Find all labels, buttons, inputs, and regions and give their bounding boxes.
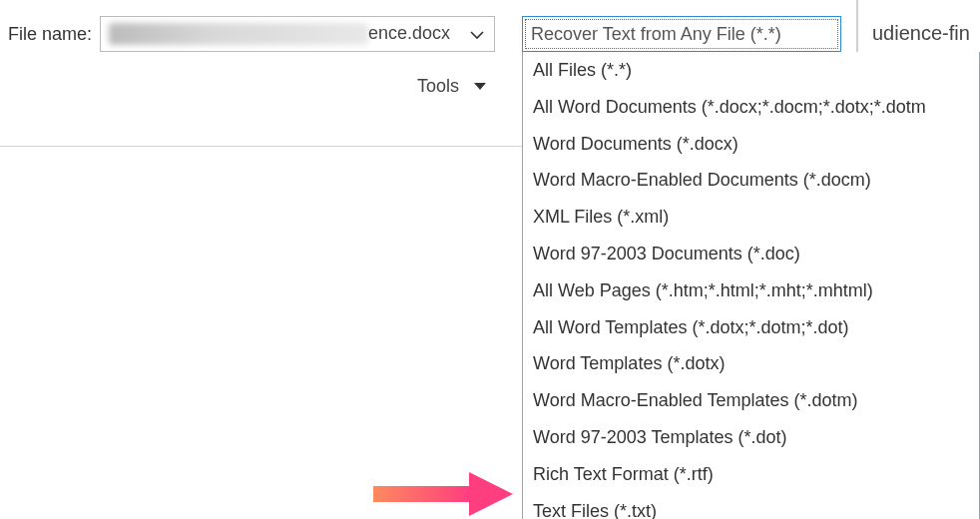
dropdown-item[interactable]: All Files (*.*) — [523, 52, 979, 89]
tools-menu-button[interactable]: Tools — [417, 76, 487, 97]
dropdown-item[interactable]: All Web Pages (*.htm;*.html;*.mht;*.mhtm… — [523, 272, 979, 309]
dropdown-item[interactable]: Word Documents (*.docx) — [523, 126, 979, 163]
dropdown-item[interactable]: Word Macro-Enabled Templates (*.dotm) — [523, 382, 979, 419]
dropdown-item[interactable]: Word Templates (*.dotx) — [523, 345, 979, 382]
file-name-combobox[interactable]: ence.docx — [100, 16, 495, 52]
dropdown-item[interactable]: Rich Text Format (*.rtf) — [523, 456, 979, 493]
dropdown-item[interactable]: Word Macro-Enabled Documents (*.docm) — [523, 162, 979, 199]
dropdown-item[interactable]: Text Files (*.txt) — [523, 493, 979, 519]
dropdown-item[interactable]: Word 97-2003 Templates (*.dot) — [523, 419, 979, 456]
tools-label: Tools — [417, 76, 459, 97]
file-type-dropdown-list[interactable]: All Files (*.*)All Word Documents (*.doc… — [522, 52, 980, 519]
dropdown-item[interactable]: All Word Templates (*.dotx;*.dotm;*.dot) — [523, 309, 979, 346]
divider — [0, 146, 522, 147]
adjacent-panel-text: udience-fin — [872, 22, 970, 44]
file-type-combobox[interactable]: Recover Text from Any File (*.*) — [522, 16, 841, 52]
file-name-visible-tail: ence.docx — [368, 23, 450, 44]
dropdown-item[interactable]: XML Files (*.xml) — [523, 199, 979, 236]
caret-down-icon — [473, 82, 487, 92]
file-name-label: File name: — [0, 24, 92, 45]
dropdown-item[interactable]: Word 97-2003 Documents (*.doc) — [523, 236, 979, 272]
annotation-arrow-icon — [373, 472, 513, 516]
dropdown-item[interactable]: All Word Documents (*.docx;*.docm;*.dotx… — [523, 89, 979, 126]
chevron-down-icon[interactable] — [470, 28, 484, 42]
file-type-selected-value: Recover Text from Any File (*.*) — [531, 24, 781, 45]
file-name-blurred-text — [109, 23, 368, 45]
svg-rect-0 — [373, 486, 469, 502]
